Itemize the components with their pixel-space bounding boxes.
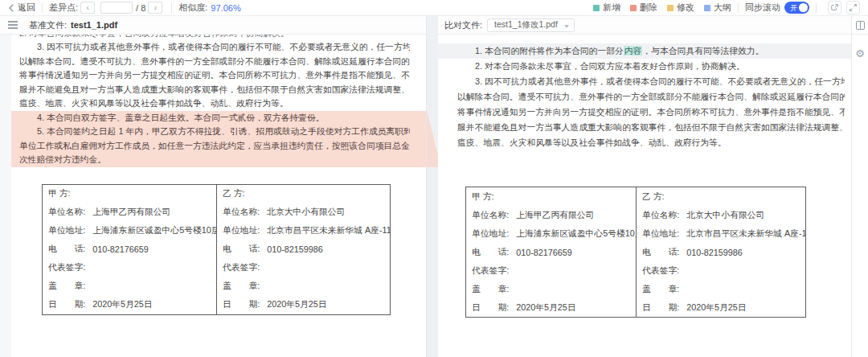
- diff-total: / 8: [136, 3, 145, 13]
- divider: [42, 3, 43, 13]
- diff-deleted-block[interactable]: 4. 本合同自双方签字、盖章之日起生效。本合同一式贰份，双方各持壹份。 5. 本…: [11, 111, 426, 167]
- party-a-column: 甲 方: 单位名称:上海甲乙丙有限公司 单位地址:上海浦东新区诚盈中心5号楼10…: [466, 187, 636, 317]
- diff-deleted-line: 次性赔偿对方违约金。: [19, 153, 410, 167]
- contract-table: 甲 方: 单位名称:上海甲乙丙有限公司 单位地址:上海浦东新区诚盈中心5号楼10…: [465, 187, 806, 318]
- legend-modified: 修改: [667, 2, 694, 14]
- prev-diff-button[interactable]: ‹: [80, 2, 95, 14]
- diff-count-label: 差异点:: [49, 2, 78, 14]
- doc-line: 以解除本合同。遭受不可抗力、意外事件的一方全部或部分不能履行本合同、解除或迟延履…: [457, 89, 845, 105]
- table-row: 甲 方:: [43, 185, 216, 203]
- divider: [816, 3, 817, 13]
- table-row: 代表签字:: [466, 261, 636, 280]
- doc-line: 瘟疫、地震、火灾和风暴等以及社会事件如战争、动乱、政府行为等。: [19, 96, 410, 111]
- table-row: 单位地址:北京市昌平区未来新华城 A座-1101: [637, 224, 805, 243]
- modified-swatch: [667, 5, 674, 11]
- table-row: 电 话:010-82176659: [43, 240, 216, 259]
- rail-top-section: [852, 16, 868, 35]
- outline-swatch: [704, 5, 710, 11]
- chevron-down-icon: [564, 25, 569, 28]
- doc-line: 以解除本合同。遭受不可抗力、意外事件的一方全部或部分不能履行本合同、解除或迟延履…: [19, 55, 410, 69]
- doc-line: 2. 对本合同条款未尽事宜，合同双方应本着友好合作原则，协商解决。: [457, 59, 845, 74]
- legend-added-label: 新增: [603, 2, 620, 14]
- toolbar-right: 新增 删除 修改 大纲 同步滚动 开: [583, 1, 860, 14]
- table-row: 盖 章:: [43, 277, 216, 296]
- base-file-header: 基准文件: test1_1.pdf: [0, 16, 426, 35]
- doc-line: 3. 因不可抗力或者其他意外事件，或者使得本合同的履行不可能、不必要或者无意义的…: [457, 74, 845, 89]
- compare-file-select[interactable]: test1_1修改1.pdf: [487, 18, 575, 32]
- party-b-column: 乙 方: 单位名称:北京大中小有限公司 单位地址:北京市昌平区未来新华城 A座-…: [216, 185, 390, 314]
- diff-connector: [427, 110, 438, 167]
- diff-selected-line[interactable]: 1. 本合同的附件将作为本合同的一部分内容，与本合同具有同等法律效力。: [438, 43, 851, 59]
- table-row: 单位地址:上海浦东新区诚盈中心5号楼10层303: [43, 222, 216, 240]
- compare-file-name: test1_1修改1.pdf: [494, 19, 558, 31]
- table-row: 盖 章:: [637, 280, 805, 298]
- export-icon: [830, 3, 839, 12]
- utility-rail: ⚙: [851, 16, 868, 357]
- legend-added: 新增: [593, 2, 620, 14]
- table-row: 电 话:010-82159986: [637, 243, 805, 261]
- doc-line: 3. 因不可抗力或者其他意外事件，或者使得本合同的履行不可能、不必要或者无意义的…: [19, 40, 410, 55]
- party-b-column: 乙 方: 单位名称:北京大中小有限公司 单位地址:北京市昌平区未来新华城 A座-…: [636, 187, 805, 317]
- compare-file-label: 比对文件:: [444, 19, 482, 31]
- legend-deleted: 删除: [630, 2, 657, 14]
- table-row: 代表签字:: [217, 259, 390, 277]
- diff-index-input[interactable]: [100, 2, 133, 14]
- table-row: 日 期:2020年5月25日: [217, 296, 390, 314]
- table-row: 甲 方:: [466, 187, 636, 206]
- diff-added-text: 内容: [624, 46, 643, 55]
- toggle-on-label: 开: [790, 2, 797, 13]
- base-doc-area[interactable]: 2. 对本合同条款未尽事宜，合同双方应本着友好合作原则，协商解决。 3. 因不可…: [0, 35, 426, 357]
- table-row: 盖 章:: [217, 277, 390, 296]
- diff-deleted-line: 单位工作或私自雇佣对方工作成员，如任意一方违法此约定，应当承担违约责任，按照该合…: [19, 139, 410, 154]
- table-row: 单位名称:上海甲乙丙有限公司: [466, 206, 636, 224]
- base-file-label: 基准文件:: [29, 19, 67, 31]
- table-row: 电 话:010-82159986: [217, 240, 390, 259]
- doc-line: 将事件情况通知另一方并向另一方提交相应的证明。本合同所称不可抗力、意外事件是指不…: [19, 68, 410, 83]
- table-row: 日 期:2020年5月25日: [637, 298, 805, 317]
- table-row: 日 期:2020年5月25日: [43, 296, 216, 314]
- legend-outline-label: 大纲: [714, 2, 731, 14]
- doc-line: 服并不能避免且对一方当事人造成重大影响的客观事件，包括但不限于自然灾害如国家法律…: [457, 120, 845, 135]
- base-doc-page: 2. 对本合同条款未尽事宜，合同双方应本着友好合作原则，协商解决。 3. 因不可…: [11, 35, 426, 357]
- base-doc-gutter: [0, 35, 11, 357]
- chevron-left-icon: [8, 4, 14, 12]
- next-diff-button[interactable]: ›: [148, 2, 162, 14]
- doc-line: 服并不能避免且对一方当事人造成重大影响的客观事件，包括但不限于自然灾害如国家法律…: [19, 83, 410, 97]
- table-row: 日 期:2020年5月25日: [466, 298, 636, 317]
- table-row: 单位地址:北京市昌平区未来新华城 A座-1101: [217, 222, 390, 240]
- table-row: 盖 章:: [466, 280, 636, 298]
- divider: [738, 3, 739, 13]
- table-row: 单位地址:上海浦东新区诚盈中心5号楼10层303: [466, 224, 636, 243]
- similarity-value: 97.06%: [211, 3, 240, 13]
- table-row: 单位名称:北京大中小有限公司: [637, 206, 805, 224]
- gear-icon[interactable]: ⚙: [855, 47, 865, 60]
- base-file-name: test1_1.pdf: [71, 20, 117, 30]
- deleted-swatch: [630, 5, 637, 11]
- export-button[interactable]: [828, 1, 841, 14]
- similarity-label: 相似度:: [178, 2, 207, 14]
- compare-doc-page: 1. 本合同的附件将作为本合同的一部分内容，与本合同具有同等法律效力。 2. 对…: [438, 35, 851, 357]
- top-toolbar: 返回 差异点: ‹ / 8 › 相似度: 97.06% 新增 删除 修改 大纲 …: [0, 0, 868, 16]
- base-file-panel: 基准文件: test1_1.pdf 2. 对本合同条款未尽事宜，合同双方应本着友…: [0, 16, 427, 357]
- clipped-doc-line: 2. 对本合同条款未尽事宜，合同双方应本着友好合作原则，协商解决。: [19, 35, 410, 40]
- diff-deleted-line: 5. 本合同签约之日起 1 年内，甲乙双方不得拉拢、引诱、招用或鼓动之手段使对方…: [19, 125, 410, 139]
- split-view-icon[interactable]: [856, 21, 865, 30]
- divider: [171, 3, 172, 13]
- sync-scroll-toggle[interactable]: 开: [784, 2, 809, 14]
- outline-menu-icon[interactable]: [8, 21, 18, 29]
- table-row: 电 话:010-82176659: [466, 243, 636, 261]
- panel-gap: [427, 16, 438, 357]
- compare-file-header: 比对文件: test1_1修改1.pdf: [438, 16, 851, 35]
- legend-outline: 大纲: [704, 2, 731, 14]
- back-label: 返回: [18, 2, 35, 14]
- back-button[interactable]: 返回: [8, 2, 35, 14]
- fullscreen-button[interactable]: [846, 1, 860, 14]
- doc-line: 瘟疫、地震、火灾和风暴等以及社会事件如战争、动乱、政府行为等。: [457, 135, 845, 150]
- fullscreen-icon: [849, 3, 858, 12]
- workspace: 基准文件: test1_1.pdf 2. 对本合同条款未尽事宜，合同双方应本着友…: [0, 16, 868, 357]
- legend-deleted-label: 删除: [640, 2, 657, 14]
- table-row: 单位名称:北京大中小有限公司: [217, 203, 390, 222]
- legend-modified-label: 修改: [677, 2, 694, 14]
- added-swatch: [593, 5, 600, 11]
- compare-doc-area[interactable]: 1. 本合同的附件将作为本合同的一部分内容，与本合同具有同等法律效力。 2. 对…: [438, 35, 851, 357]
